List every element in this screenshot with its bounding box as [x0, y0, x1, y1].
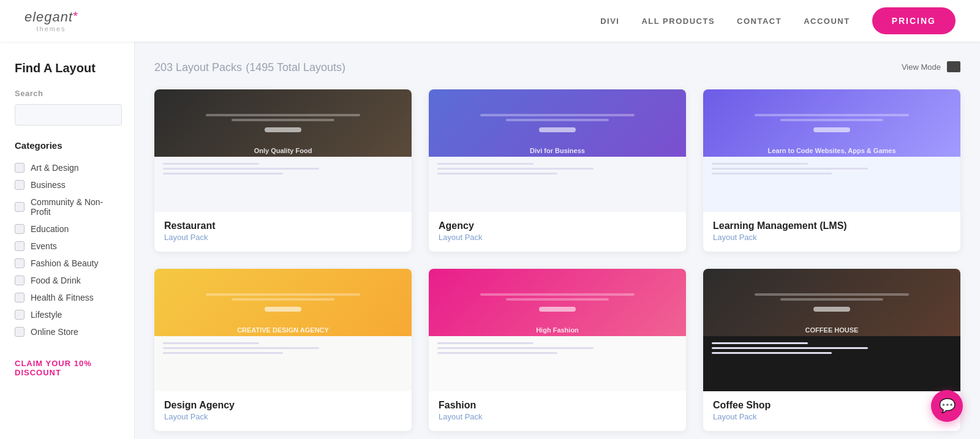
card-inner-text-fashion: High Fashion	[536, 326, 579, 334]
view-mode-icon[interactable]	[947, 61, 960, 72]
category-label-art-design: Art & Design	[31, 163, 79, 173]
category-checkbox-community-non-profit[interactable]	[15, 202, 24, 212]
layout-card-fashion[interactable]: High Fashion Fashion Layout Pack	[429, 269, 686, 431]
logo[interactable]: elegant * themes	[24, 9, 78, 32]
category-item-community-non-profit[interactable]: Community & Non-Profit	[15, 193, 122, 220]
category-checkbox-art-design[interactable]	[15, 163, 24, 173]
chat-icon: 💬	[939, 398, 956, 414]
category-checkbox-education[interactable]	[15, 224, 24, 234]
main-container: Find A Layout Search Categories Art & De…	[0, 42, 980, 439]
view-mode-label: View Mode	[902, 62, 941, 72]
card-sub-design-agency: Layout Pack	[164, 412, 402, 421]
sidebar-title: Find A Layout	[15, 61, 122, 75]
card-image-fashion: High Fashion	[429, 269, 686, 391]
content-header: 203 Layout Packs (1495 Total Layouts) Vi…	[154, 59, 960, 75]
card-image-design-agency: CREATIVE DESIGN AGENCY	[154, 269, 412, 391]
card-footer-design-agency: Design Agency Layout Pack	[154, 391, 412, 431]
card-footer-fashion: Fashion Layout Pack	[429, 391, 686, 431]
category-checkbox-lifestyle[interactable]	[15, 310, 24, 320]
category-checkbox-fashion-beauty[interactable]	[15, 258, 24, 268]
card-image-bottom-coffee-shop	[703, 336, 960, 391]
category-label-online-store: Online Store	[31, 327, 78, 337]
card-image-bottom-design-agency	[154, 336, 412, 391]
content-area: 203 Layout Packs (1495 Total Layouts) Vi…	[135, 42, 980, 439]
category-item-lifestyle[interactable]: Lifestyle	[15, 306, 122, 323]
layout-card-coffee-shop[interactable]: COFFEE HOUSE Coffee Shop Layout Pack	[703, 269, 960, 431]
categories-title: Categories	[15, 140, 122, 151]
category-item-online-store[interactable]: Online Store	[15, 323, 122, 340]
category-item-fashion-beauty[interactable]: Fashion & Beauty	[15, 255, 122, 272]
logo-text: elegant	[24, 9, 73, 25]
card-inner-text-restaurant: Only Quality Food	[254, 147, 312, 154]
layout-card-agency[interactable]: Divi for Business Agency Layout Pack	[429, 89, 686, 252]
card-image-bottom-restaurant	[154, 157, 412, 212]
card-name-agency: Agency	[439, 220, 676, 231]
category-checkbox-health-fitness[interactable]	[15, 293, 24, 302]
category-checkbox-events[interactable]	[15, 241, 24, 251]
card-name-fashion: Fashion	[439, 400, 676, 411]
category-label-events: Events	[31, 241, 57, 251]
category-checkbox-food-drink[interactable]	[15, 276, 24, 285]
navbar-links: DIVI ALL PRODUCTS CONTACT ACCOUNT PRICIN…	[600, 7, 956, 34]
content-title: 203 Layout Packs (1495 Total Layouts)	[154, 59, 345, 75]
card-image-bottom-agency	[429, 157, 686, 212]
card-inner-text-agency: Divi for Business	[530, 147, 585, 154]
logo-asterisk: *	[73, 9, 78, 23]
card-name-coffee-shop: Coffee Shop	[713, 400, 951, 411]
category-label-lifestyle: Lifestyle	[31, 310, 62, 320]
card-footer-agency: Agency Layout Pack	[429, 212, 686, 252]
category-label-business: Business	[31, 180, 66, 190]
category-label-fashion-beauty: Fashion & Beauty	[31, 258, 99, 268]
category-checkbox-online-store[interactable]	[15, 327, 24, 337]
category-item-education[interactable]: Education	[15, 220, 122, 238]
layout-card-design-agency[interactable]: CREATIVE DESIGN AGENCY Design Agency Lay…	[154, 269, 412, 431]
layout-card-restaurant[interactable]: Only Quality Food Restaurant Layout Pack	[154, 89, 412, 252]
card-image-top-coffee-shop: COFFEE HOUSE	[703, 269, 960, 336]
nav-contact[interactable]: CONTACT	[737, 17, 782, 26]
card-image-top-fashion: High Fashion	[429, 269, 686, 336]
card-sub-agency: Layout Pack	[439, 233, 676, 242]
card-image-coffee-shop: COFFEE HOUSE	[703, 269, 960, 391]
chat-bubble[interactable]: 💬	[931, 390, 963, 422]
card-image-agency: Divi for Business	[429, 89, 686, 212]
category-item-business[interactable]: Business	[15, 176, 122, 193]
card-inner-text-design-agency: CREATIVE DESIGN AGENCY	[237, 326, 329, 334]
category-label-community-non-profit: Community & Non-Profit	[31, 197, 122, 217]
card-sub-coffee-shop: Layout Pack	[713, 412, 951, 421]
nav-all-products[interactable]: ALL PRODUCTS	[641, 17, 715, 26]
category-item-art-design[interactable]: Art & Design	[15, 159, 122, 176]
navbar: elegant * themes DIVI ALL PRODUCTS CONTA…	[0, 0, 980, 42]
category-label-food-drink: Food & Drink	[31, 276, 81, 285]
card-image-top-restaurant: Only Quality Food	[154, 89, 412, 157]
card-name-restaurant: Restaurant	[164, 220, 402, 231]
category-item-events[interactable]: Events	[15, 238, 122, 255]
view-mode: View Mode	[902, 61, 960, 72]
card-footer-coffee-shop: Coffee Shop Layout Pack	[703, 391, 960, 431]
nav-account[interactable]: ACCOUNT	[804, 17, 850, 26]
layout-card-lms[interactable]: Learn to Code Websites, Apps & Games Lea…	[703, 89, 960, 252]
card-image-top-agency: Divi for Business	[429, 89, 686, 157]
card-footer-restaurant: Restaurant Layout Pack	[154, 212, 412, 252]
discount-banner[interactable]: CLAIM YOUR 10% DISCOUNT	[15, 359, 122, 377]
card-sub-fashion: Layout Pack	[439, 412, 676, 421]
card-footer-lms: Learning Management (LMS) Layout Pack	[703, 212, 960, 252]
card-image-top-lms: Learn to Code Websites, Apps & Games	[703, 89, 960, 157]
card-image-restaurant: Only Quality Food	[154, 89, 412, 212]
search-input[interactable]	[15, 104, 122, 126]
card-inner-text-coffee-shop: COFFEE HOUSE	[805, 326, 859, 334]
categories-list: Art & Design Business Community & Non-Pr…	[15, 159, 122, 340]
card-sub-lms: Layout Pack	[713, 233, 951, 242]
category-item-food-drink[interactable]: Food & Drink	[15, 272, 122, 289]
category-item-health-fitness[interactable]: Health & Fitness	[15, 289, 122, 306]
category-checkbox-business[interactable]	[15, 180, 24, 190]
total-layouts: (1495 Total Layouts)	[246, 61, 345, 73]
card-image-top-design-agency: CREATIVE DESIGN AGENCY	[154, 269, 412, 336]
packs-count: 203 Layout Packs	[154, 61, 242, 73]
card-sub-restaurant: Layout Pack	[164, 233, 402, 242]
card-image-bottom-fashion	[429, 336, 686, 391]
nav-divi[interactable]: DIVI	[600, 17, 619, 26]
category-label-education: Education	[31, 224, 69, 234]
layout-grid: Only Quality Food Restaurant Layout Pack…	[154, 89, 960, 431]
pricing-button[interactable]: PRICING	[872, 7, 956, 34]
card-image-bottom-lms	[703, 157, 960, 212]
